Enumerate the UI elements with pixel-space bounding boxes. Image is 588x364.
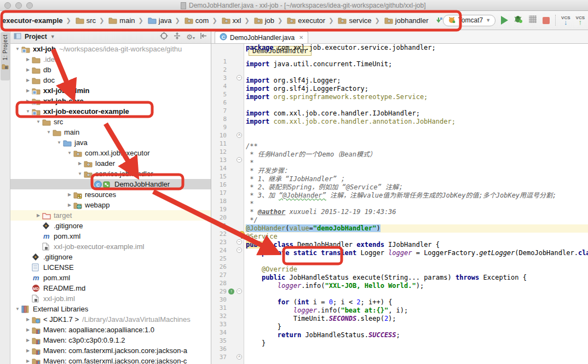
tree-item--gitignore[interactable]: .gitignore bbox=[10, 221, 211, 231]
tree-item-external-libraries[interactable]: ▼External Libraries bbox=[10, 304, 211, 314]
collapse-all-icon[interactable] bbox=[173, 32, 181, 42]
tree-disclosure-icon[interactable]: ▶ bbox=[36, 213, 41, 218]
code-area[interactable]: package com.xxl.job.executor.service.job… bbox=[245, 44, 588, 364]
tree-item-xxl-job-executor-example[interactable]: ▼xxl-job-executor-example bbox=[10, 106, 211, 117]
fold-icon[interactable]: ˄ bbox=[237, 132, 242, 138]
tree-item-xxl-job-iml[interactable]: xxl-job.iml bbox=[10, 293, 211, 304]
tree-item-maven-com-fasterxml-jackson-core-jackson-c[interactable]: ▶Maven: com.fasterxml.jackson.core:jacks… bbox=[10, 356, 211, 364]
breadcrumb-item-service[interactable]: service bbox=[336, 15, 372, 26]
minimize-window-button[interactable] bbox=[15, 2, 22, 9]
tree-disclosure-icon[interactable]: ▶ bbox=[67, 192, 72, 197]
tree-disclosure-icon[interactable]: ▶ bbox=[25, 359, 31, 363]
breadcrumb-item-main[interactable]: main bbox=[106, 15, 136, 26]
breadcrumb-item-java[interactable]: java bbox=[146, 15, 173, 26]
fold-icon[interactable]: − bbox=[237, 247, 242, 253]
tree-disclosure-icon[interactable]: ▼ bbox=[56, 140, 62, 145]
fold-icon[interactable]: − bbox=[237, 288, 242, 294]
tree-disclosure-icon[interactable]: ▶ bbox=[25, 317, 31, 322]
tree-item--gitignore[interactable]: .gitignore bbox=[10, 252, 211, 262]
tree-item-service-jobhandler[interactable]: ▼service.jobhandler bbox=[10, 169, 211, 179]
code-line-11 bbox=[245, 126, 588, 134]
tree-item-xxl-job[interactable]: ▼xxl-job~/workspaces/idea-git-workspace/… bbox=[10, 44, 211, 54]
tree-disclosure-icon[interactable]: ▼ bbox=[36, 119, 41, 124]
tree-item-src[interactable]: ▼src bbox=[10, 117, 211, 127]
code-token bbox=[246, 331, 278, 339]
stop-button[interactable] bbox=[543, 17, 550, 24]
tree-item-license[interactable]: LICENSE bbox=[10, 262, 211, 273]
tree-item-pom-xml[interactable]: mpom.xml bbox=[10, 273, 211, 283]
tree-item-xxl-job-core[interactable]: ▶xxl-job-core bbox=[10, 96, 211, 106]
tree-disclosure-icon[interactable]: ▶ bbox=[25, 338, 31, 343]
tree-item-doc[interactable]: ▶doc bbox=[10, 75, 211, 85]
tree-item-webapp[interactable]: ▶webapp bbox=[10, 200, 211, 210]
tree-disclosure-icon[interactable]: ▶ bbox=[77, 161, 83, 166]
override-method-icon[interactable]: ↑ bbox=[228, 288, 234, 294]
zoom-window-button[interactable] bbox=[26, 2, 33, 9]
close-tab-icon[interactable]: ✕ bbox=[299, 34, 303, 41]
window-controls[interactable] bbox=[4, 2, 33, 9]
vcs-update-button[interactable]: VCS ↓ bbox=[561, 16, 570, 25]
tree-disclosure-icon[interactable]: ▶ bbox=[25, 348, 31, 353]
tree-disclosure-icon[interactable]: ▼ bbox=[67, 151, 72, 155]
code-token: logger bbox=[278, 282, 301, 290]
editor-tab-demojobhandler[interactable]: C DemoJobHandler.java ✕ bbox=[215, 31, 308, 43]
tree-disclosure-icon[interactable]: ▶ bbox=[25, 78, 31, 83]
tree-disclosure-icon[interactable]: ▼ bbox=[25, 109, 31, 114]
coverage-button[interactable] bbox=[528, 15, 537, 26]
tree-disclosure-icon[interactable]: ▶ bbox=[25, 88, 31, 93]
breadcrumb-item-executor[interactable]: executor bbox=[285, 15, 326, 26]
intention-lightbulb-icon[interactable] bbox=[239, 231, 245, 237]
run-button[interactable] bbox=[501, 16, 508, 25]
breadcrumb-item-jobhandler[interactable]: jobhandler bbox=[382, 15, 430, 26]
close-window-button[interactable] bbox=[4, 2, 11, 9]
breadcrumb-item-executor-example[interactable]: executor-example bbox=[1, 15, 64, 26]
fold-icon[interactable]: − bbox=[237, 239, 242, 245]
tree-item-com-xxl-job-executor[interactable]: ▼com.xxl.job.executor bbox=[10, 148, 211, 158]
tree-item-readme-md[interactable]: MDREADME.md bbox=[10, 283, 211, 293]
tree-disclosure-icon[interactable]: ▶ bbox=[25, 67, 31, 72]
code-line-34: TimeUnit.SECONDS.sleep(2); bbox=[245, 315, 588, 323]
vcs-commit-button[interactable]: VCS ↑ bbox=[576, 16, 585, 25]
tree-item-main[interactable]: ▼main bbox=[10, 127, 211, 137]
tree-item-pom-xml[interactable]: mpom.xml bbox=[10, 231, 211, 241]
tool-window-tab-project[interactable]: 1: Project bbox=[1, 32, 10, 80]
fold-icon[interactable]: − bbox=[237, 75, 242, 80]
breadcrumb-item-job[interactable]: job bbox=[252, 15, 275, 26]
tree-disclosure-icon[interactable]: ▼ bbox=[77, 171, 83, 176]
locate-file-icon[interactable] bbox=[160, 32, 168, 42]
tree-item-maven-aopalliance-aopalliance-1-0[interactable]: ▶Maven: aopalliance:aopalliance:1.0 bbox=[10, 325, 211, 335]
tree-item-loader[interactable]: ▶loader bbox=[10, 158, 211, 169]
tree-disclosure-icon[interactable]: ▼ bbox=[15, 307, 20, 311]
folder-icon bbox=[32, 55, 41, 64]
tree-item-xxl-job-executor-example-iml[interactable]: xxl-job-executor-example.iml bbox=[10, 241, 211, 252]
hide-panel-icon[interactable] bbox=[200, 32, 207, 42]
breadcrumb-item-src[interactable]: src bbox=[73, 15, 97, 26]
tree-disclosure-icon[interactable]: ▶ bbox=[67, 203, 72, 207]
tree-disclosure-icon[interactable]: ▶ bbox=[25, 99, 31, 103]
fold-icon[interactable]: ˄ bbox=[237, 354, 242, 360]
tree-disclosure-icon[interactable]: ▼ bbox=[15, 47, 20, 51]
tree-item-java[interactable]: ▼java bbox=[10, 137, 211, 148]
navbar-history-icon[interactable] bbox=[434, 16, 443, 25]
fold-icon[interactable]: − bbox=[237, 157, 242, 163]
tree-item-target[interactable]: ▶target bbox=[10, 210, 211, 221]
tree-item--idea[interactable]: ▶.idea bbox=[10, 54, 211, 65]
tree-item-demojobhandler[interactable]: CDemoJobHandler bbox=[10, 179, 211, 189]
breadcrumb-item-xxl[interactable]: xxl bbox=[220, 15, 243, 26]
settings-gear-icon[interactable]: ⚙▾ bbox=[186, 33, 195, 41]
breadcrumb-item-com[interactable]: com bbox=[182, 15, 210, 26]
tree-item-maven-com-fasterxml-jackson-core-jackson-a[interactable]: ▶Maven: com.fasterxml.jackson.core:jacks… bbox=[10, 345, 211, 356]
tree-item-label: xxl-job.iml bbox=[43, 294, 75, 303]
tree-item-resources[interactable]: ▶resources bbox=[10, 189, 211, 200]
code-token: /** bbox=[246, 142, 258, 150]
tree-disclosure-icon[interactable]: ▶ bbox=[25, 327, 31, 332]
tree-disclosure-icon[interactable]: ▶ bbox=[25, 57, 31, 62]
debug-button[interactable] bbox=[514, 15, 523, 26]
tree-item-db[interactable]: ▶db bbox=[10, 65, 211, 75]
chevron-down-icon[interactable]: ▼ bbox=[50, 34, 55, 39]
tree-item-xxl-job-admin[interactable]: ▶xxl-job-admin bbox=[10, 85, 211, 96]
run-configuration-select[interactable]: Tomcat7 ▼ bbox=[443, 15, 495, 26]
tree-item--jdk1-7-[interactable]: ▶< JDK1.7 >/Library/Java/JavaVirtualMach… bbox=[10, 314, 211, 325]
tree-item-maven-c3p0-c3p0-0-9-1-2[interactable]: ▶Maven: c3p0:c3p0:0.9.1.2 bbox=[10, 335, 211, 345]
tree-disclosure-icon[interactable]: ▼ bbox=[46, 130, 51, 135]
